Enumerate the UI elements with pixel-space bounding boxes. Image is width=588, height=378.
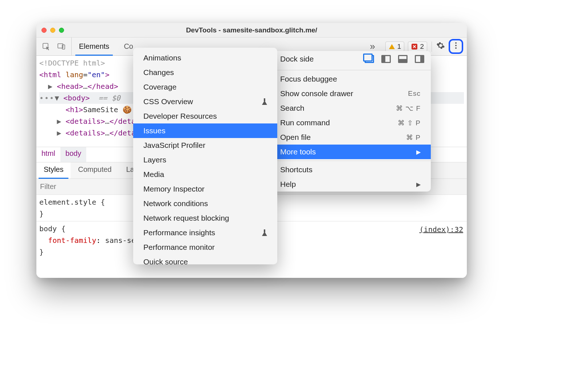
errors-count: 2 [420,43,424,51]
main-menu: Dock side Focus debuggee Show console dr… [270,51,431,192]
tab-elements[interactable]: Elements [72,38,116,55]
tab-label: Co [124,42,133,51]
svg-point-4 [455,45,457,46]
subtab-computed[interactable]: Computed [71,162,119,178]
menu-help[interactable]: Help▶ [270,177,431,192]
submenu-performance-insights[interactable]: Performance insights [133,225,277,240]
experiment-flask-icon [262,98,267,105]
submenu-media[interactable]: Media [133,167,277,182]
submenu-css-overview[interactable]: CSS Overview [133,94,277,109]
menu-search[interactable]: Search⌘ ⌥ F [270,101,431,115]
source-link[interactable]: (index):32 [420,224,463,235]
submenu-arrow-icon: ▶ [416,149,421,155]
submenu-changes[interactable]: Changes [133,65,277,80]
submenu-network-request-blocking[interactable]: Network request blocking [133,211,277,225]
main-menu-button[interactable] [452,41,460,52]
expand-toggle-icon[interactable]: ▶ [48,82,52,91]
tabs-overflow-button[interactable]: » [363,41,382,52]
menu-separator [270,161,431,161]
dock-left-icon[interactable] [381,55,391,63]
warnings-count: 1 [397,43,401,51]
titlebar: DevTools - samesite-sandbox.glitch.me/ [36,23,467,38]
expand-toggle-icon[interactable]: ▶ [57,129,61,137]
warning-icon [389,43,395,50]
menu-run-command[interactable]: Run command⌘ ⇧ P [270,115,431,130]
close-window-button[interactable] [41,28,47,33]
window-title: DevTools - samesite-sandbox.glitch.me/ [36,26,467,34]
dock-side-label: Dock side [280,55,314,63]
menu-open-file[interactable]: Open file⌘ P [270,130,431,145]
expand-toggle-icon[interactable]: ▼ [55,94,59,102]
menu-separator [270,70,431,70]
inspect-element-icon[interactable] [41,42,51,51]
dock-side-row: Dock side [270,51,431,68]
submenu-arrow-icon: ▶ [416,181,421,188]
more-tools-submenu: Animations Changes Coverage CSS Overview… [133,48,277,264]
minimize-window-button[interactable] [50,28,55,33]
crumb-body[interactable]: body [60,147,86,162]
svg-rect-2 [62,45,65,49]
svg-point-3 [455,42,457,44]
submenu-memory-inspector[interactable]: Memory Inspector [133,182,277,196]
submenu-animations[interactable]: Animations [133,51,277,65]
submenu-coverage[interactable]: Coverage [133,80,277,94]
submenu-javascript-profiler[interactable]: JavaScript Profiler [133,138,277,153]
submenu-network-conditions[interactable]: Network conditions [133,196,277,211]
errors-badge[interactable]: 2 [408,42,427,52]
svg-point-5 [455,47,457,49]
dock-bottom-icon[interactable] [398,55,408,63]
dock-side-options [365,55,424,63]
crumb-html[interactable]: html [36,147,60,162]
zoom-window-button[interactable] [59,28,64,33]
device-toolbar-icon[interactable] [57,42,66,51]
error-icon [411,43,418,50]
menu-more-tools[interactable]: More tools▶ [270,145,431,159]
submenu-issues[interactable]: Issues [133,123,277,138]
submenu-developer-resources[interactable]: Developer Resources [133,109,277,123]
expand-toggle-icon[interactable]: ▶ [57,117,61,126]
main-menu-highlight [449,39,463,54]
settings-button[interactable] [436,41,445,52]
tab-label: Elements [79,42,109,51]
menu-focus-debuggee[interactable]: Focus debuggee [270,72,431,86]
experiment-flask-icon [262,229,267,236]
warnings-badge[interactable]: 1 [385,42,405,52]
submenu-quick-source[interactable]: Quick source [133,255,277,264]
subtab-styles[interactable]: Styles [36,162,71,178]
panel-tabs: Elements Co [72,38,140,55]
dock-right-icon[interactable] [415,55,424,63]
dock-undock-icon[interactable] [365,55,374,63]
menu-shortcuts[interactable]: Shortcuts [270,162,431,177]
submenu-performance-monitor[interactable]: Performance monitor [133,240,277,255]
submenu-layers[interactable]: Layers [133,153,277,167]
separator [432,42,432,52]
menu-show-console-drawer[interactable]: Show console drawerEsc [270,86,431,101]
window-controls [41,28,64,33]
